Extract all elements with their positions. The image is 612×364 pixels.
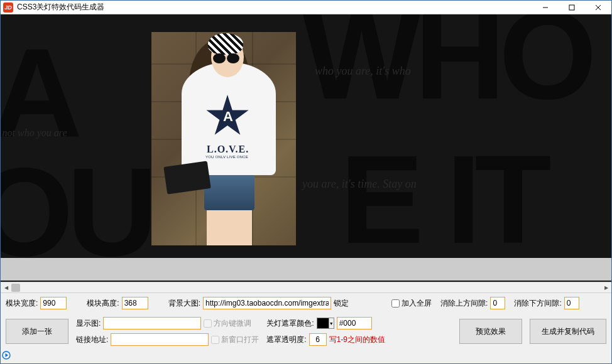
play-icon[interactable]: [2, 351, 11, 360]
status-bar: [1, 350, 611, 361]
chevron-down-icon: ▼: [329, 318, 334, 328]
preview-image[interactable]: A L.O.V.E. YOU ONLV LIVE ONCE: [151, 32, 296, 245]
controls-row-1: 模块宽度: 模块高度: 背景大图: 锁定 加入全屏 消除上方间隙: 消除下方间隙…: [1, 292, 611, 313]
app-window: JD CSS3关灯特效代码生成器 IA WHO OU E IT who you …: [0, 0, 612, 364]
preview-area: IA WHO OU E IT who you are, it's who you…: [1, 14, 611, 282]
height-label: 模块高度:: [87, 298, 119, 309]
clear-top-input[interactable]: [490, 297, 505, 309]
height-input[interactable]: [122, 297, 148, 309]
bg-text: E IT: [340, 127, 545, 272]
link-label: 链接地址:: [76, 335, 108, 345]
opacity-hint: 写1-9之间的数值: [329, 335, 385, 345]
titlebar: JD CSS3关灯特效代码生成器: [1, 1, 611, 14]
preview-background: IA WHO OU E IT who you are, it's who you…: [1, 14, 611, 282]
add-image-button[interactable]: 添加一张: [6, 319, 68, 344]
image-link-group: 显示图: 方向键微调 链接地址: 新窗口打开: [76, 317, 259, 346]
close-button[interactable]: [585, 1, 611, 14]
link-input[interactable]: [111, 333, 209, 346]
color-swatch-box: [317, 318, 329, 328]
generate-button[interactable]: 生成并复制代码: [530, 319, 606, 344]
fullscreen-label: 加入全屏: [402, 298, 432, 309]
mask-opacity-label: 遮罩透明度:: [266, 335, 306, 345]
app-icon: JD: [3, 3, 13, 13]
mask-opacity-input[interactable]: [309, 333, 327, 346]
new-window-label: 新窗口打开: [221, 335, 259, 345]
svg-rect-1: [569, 5, 574, 10]
shirt-sub: YOU ONLV LIVE ONCE: [205, 155, 248, 159]
fullscreen-checkbox[interactable]: 加入全屏: [391, 298, 432, 309]
scroll-thumb[interactable]: [11, 284, 20, 292]
shirt-word: L.O.V.E.: [207, 144, 249, 155]
arrow-adjust-check[interactable]: [204, 319, 212, 328]
preview-gray-strip: [1, 258, 611, 281]
controls-row-2: 添加一张 显示图: 方向键微调 链接地址: 新窗口打开: [1, 313, 611, 350]
window-controls: [532, 1, 611, 14]
width-label: 模块宽度:: [6, 298, 38, 309]
bgimg-input[interactable]: [203, 297, 331, 309]
horizontal-scrollbar[interactable]: ◀ ▶: [1, 282, 611, 292]
width-input[interactable]: [40, 297, 67, 309]
mask-color-input[interactable]: [337, 317, 372, 329]
maximize-button[interactable]: [559, 1, 585, 14]
clear-bottom-label: 消除下方间隙:: [514, 298, 561, 309]
mask-group: 关灯遮罩颜色: ▼ 遮罩透明度: 写1-9之间的数值: [266, 317, 385, 346]
arrow-adjust-label: 方向键微调: [214, 318, 251, 329]
lock-label: 锁定: [334, 298, 349, 309]
clear-top-label: 消除上方间隙:: [440, 298, 488, 309]
show-img-label: 显示图:: [76, 318, 101, 329]
bg-script: you are, it's time. Stay on: [302, 178, 417, 191]
scroll-right-arrow[interactable]: ▶: [601, 282, 611, 293]
bgimg-label: 背景大图:: [168, 298, 200, 309]
bg-script: who you are, it's who: [315, 65, 411, 78]
new-window-checkbox[interactable]: 新窗口打开: [211, 335, 259, 345]
scroll-track[interactable]: [11, 282, 601, 293]
fullscreen-check[interactable]: [391, 299, 400, 308]
scroll-left-arrow[interactable]: ◀: [1, 282, 11, 293]
bg-script: it's not who you are: [1, 127, 67, 139]
arrow-adjust-checkbox[interactable]: 方向键微调: [204, 318, 251, 329]
clear-bottom-input[interactable]: [564, 297, 579, 309]
preview-button[interactable]: 预览效果: [459, 319, 522, 344]
window-title: CSS3关灯特效代码生成器: [16, 2, 532, 13]
show-img-input[interactable]: [103, 317, 201, 329]
minimize-button[interactable]: [532, 1, 559, 14]
new-window-check[interactable]: [211, 336, 219, 344]
color-picker[interactable]: ▼: [317, 318, 334, 329]
shirt-letter: A: [223, 109, 233, 125]
svg-marker-5: [6, 353, 9, 357]
mask-color-label: 关灯遮罩颜色:: [266, 318, 314, 329]
